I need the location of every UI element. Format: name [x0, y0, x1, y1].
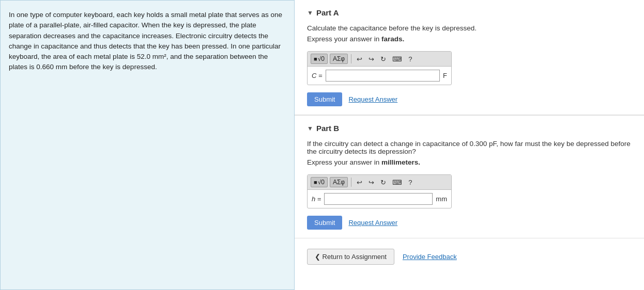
part-b-arrow-icon: ▼ [307, 125, 313, 132]
bottom-nav: ❮ Return to Assignment Provide Feedback [295, 238, 644, 265]
part-a-label: Part A [316, 8, 339, 17]
refresh-icon: ↻ [380, 55, 386, 63]
part-a-input-row: C = F [308, 67, 451, 85]
part-a-matrix-label: √0 [318, 55, 325, 62]
part-b-matrix-label: √0 [318, 179, 325, 186]
part-a-unit: F [443, 72, 447, 79]
redo-icon: ↪ [369, 55, 374, 63]
part-b-refresh-btn[interactable]: ↻ [378, 178, 388, 187]
part-a-refresh-btn[interactable]: ↻ [378, 54, 388, 64]
part-b-undo-icon: ↩ [357, 179, 362, 186]
part-b-description: If the circuitry can detect a change in … [307, 140, 632, 155]
part-a-instruction-bold: farads. [381, 35, 404, 43]
matrix-icon: ■ [314, 56, 317, 62]
part-b-help-btn[interactable]: ? [406, 178, 414, 187]
part-b-header[interactable]: ▼ Part B [307, 124, 632, 133]
part-b-matrix-btn[interactable]: ■ √0 [311, 177, 328, 187]
part-a-arrow-icon: ▼ [307, 9, 313, 17]
part-a-answer-box: ■ √0 AΣφ ↩ ↪ ↻ ⌨ [307, 51, 452, 85]
part-b-redo-icon: ↪ [369, 179, 374, 186]
part-a-section: ▼ Part A Calculate the capacitance befor… [295, 0, 644, 115]
return-to-assignment-button[interactable]: ❮ Return to Assignment [307, 249, 394, 265]
part-b-label: Part B [316, 124, 339, 133]
part-a-instruction: Express your answer in farads. [307, 35, 632, 43]
part-b-input[interactable] [324, 193, 433, 205]
part-a-toolbar: ■ √0 AΣφ ↩ ↪ ↻ ⌨ [308, 52, 451, 67]
undo-icon: ↩ [357, 55, 362, 63]
part-a-action-row: Submit Request Answer [307, 92, 632, 106]
part-b-section: ▼ Part B If the circuitry can detect a c… [295, 116, 644, 238]
part-b-symbols-label: AΣφ [333, 179, 345, 186]
part-a-help-btn[interactable]: ? [406, 54, 414, 64]
part-b-keyboard-btn[interactable]: ⌨ [390, 178, 404, 187]
problem-text: In one type of computer keyboard, each k… [9, 10, 286, 73]
part-b-matrix-icon: ■ [314, 179, 317, 185]
part-b-input-label: h = [312, 195, 321, 203]
answers-panel: ▼ Part A Calculate the capacitance befor… [295, 0, 644, 290]
part-a-description: Calculate the capacitance before the key… [307, 24, 632, 32]
part-b-redo-btn[interactable]: ↪ [366, 178, 376, 187]
provide-feedback-button[interactable]: Provide Feedback [403, 253, 457, 261]
part-a-input[interactable] [326, 70, 440, 82]
part-b-undo-btn[interactable]: ↩ [355, 178, 364, 187]
part-a-header[interactable]: ▼ Part A [307, 8, 632, 17]
part-a-toolbar-sep1 [351, 54, 351, 63]
part-a-symbols-btn[interactable]: AΣφ [330, 54, 348, 64]
part-a-input-label: C = [312, 72, 323, 79]
part-b-instruction-bold: millimeters. [381, 158, 420, 166]
part-b-input-row: h = mm [308, 190, 451, 208]
part-b-unit: mm [436, 195, 447, 203]
problem-description-panel: In one type of computer keyboard, each k… [0, 0, 295, 290]
part-b-action-row: Submit Request Answer [307, 216, 632, 230]
part-b-refresh-icon: ↻ [380, 179, 386, 186]
part-b-help-icon: ? [408, 179, 412, 186]
part-b-toolbar: ■ √0 AΣφ ↩ ↪ ↻ ⌨ [308, 175, 451, 190]
part-b-submit-button[interactable]: Submit [307, 216, 342, 230]
part-a-request-answer-button[interactable]: Request Answer [348, 95, 397, 103]
part-a-matrix-btn[interactable]: ■ √0 [311, 54, 328, 64]
part-b-symbols-btn[interactable]: AΣφ [330, 177, 348, 187]
part-b-keyboard-icon: ⌨ [392, 179, 402, 186]
part-b-instruction: Express your answer in millimeters. [307, 158, 632, 166]
part-a-redo-btn[interactable]: ↪ [366, 54, 376, 64]
help-icon: ? [408, 55, 412, 63]
keyboard-icon: ⌨ [392, 55, 402, 63]
part-b-request-answer-button[interactable]: Request Answer [348, 219, 397, 227]
part-a-symbols-label: AΣφ [333, 55, 345, 62]
part-a-keyboard-btn[interactable]: ⌨ [390, 54, 404, 64]
part-b-toolbar-sep1 [351, 178, 351, 187]
part-b-answer-box: ■ √0 AΣφ ↩ ↪ ↻ ⌨ [307, 174, 452, 208]
part-a-submit-button[interactable]: Submit [307, 92, 342, 106]
part-a-undo-btn[interactable]: ↩ [355, 54, 364, 64]
